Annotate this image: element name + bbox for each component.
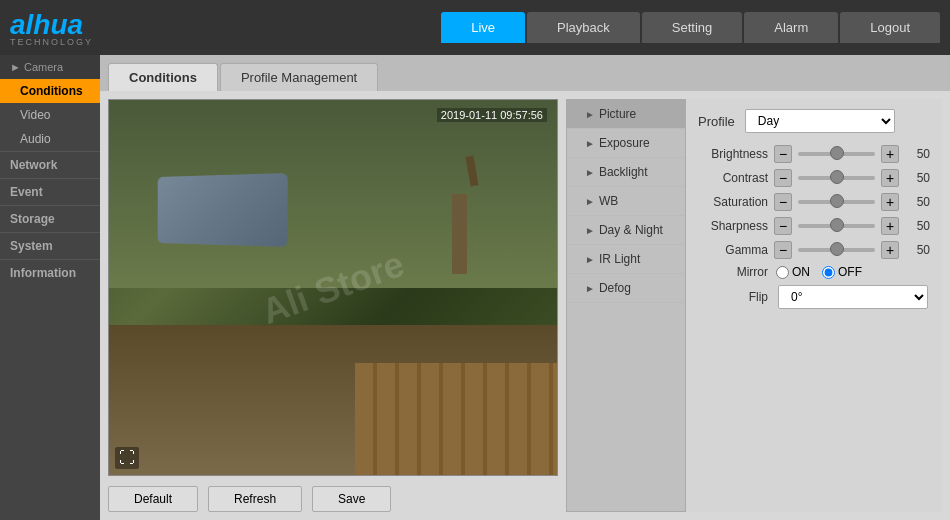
sidebar-item-network[interactable]: Network — [0, 151, 100, 178]
sidebar-item-audio[interactable]: Audio — [0, 127, 100, 151]
tab-profile-management[interactable]: Profile Management — [220, 63, 378, 91]
gamma-label: Gamma — [698, 243, 768, 257]
brightness-row: Brightness − + 50 — [698, 145, 930, 163]
mirror-radio-group: ON OFF — [776, 265, 862, 279]
saturation-plus[interactable]: + — [881, 193, 899, 211]
tab-conditions[interactable]: Conditions — [108, 63, 218, 91]
sub-menu-wb[interactable]: ► WB — [567, 187, 685, 216]
expand-icon[interactable]: ⛶ — [115, 447, 139, 469]
gamma-track[interactable] — [798, 248, 875, 252]
sub-menu-wb-label: WB — [599, 194, 618, 208]
arrow-icon-4: ► — [585, 196, 595, 207]
sidebar-item-conditions-label: Conditions — [20, 84, 83, 98]
contrast-row: Contrast − + 50 — [698, 169, 930, 187]
arrow-icon-7: ► — [585, 283, 595, 294]
sidebar-camera-header: ► Camera — [0, 55, 100, 79]
arrow-icon-3: ► — [585, 167, 595, 178]
sharpness-plus[interactable]: + — [881, 217, 899, 235]
profile-row: Profile Day Night Normal — [698, 109, 930, 133]
sharpness-thumb[interactable] — [830, 218, 844, 232]
mirror-off-radio[interactable]: OFF — [822, 265, 862, 279]
sidebar-item-video-label: Video — [20, 108, 50, 122]
gamma-row: Gamma − + 50 — [698, 241, 930, 259]
sidebar-item-conditions[interactable]: Conditions — [0, 79, 100, 103]
gamma-value: 50 — [905, 243, 930, 257]
tab-bar: Conditions Profile Management — [100, 55, 950, 91]
sidebar-item-system[interactable]: System — [0, 232, 100, 259]
mirror-on-input[interactable] — [776, 266, 789, 279]
mirror-label: Mirror — [698, 265, 768, 279]
settings-panel: Profile Day Night Normal Brightness − — [686, 99, 942, 512]
nav-tab-setting[interactable]: Setting — [642, 12, 742, 43]
nav-tab-alarm[interactable]: Alarm — [744, 12, 838, 43]
sharpness-value: 50 — [905, 219, 930, 233]
contrast-label: Contrast — [698, 171, 768, 185]
profile-label: Profile — [698, 114, 735, 129]
contrast-track[interactable] — [798, 176, 875, 180]
logo-text: alhua — [10, 9, 83, 40]
gamma-plus[interactable]: + — [881, 241, 899, 259]
mirror-off-label: OFF — [838, 265, 862, 279]
brightness-plus[interactable]: + — [881, 145, 899, 163]
arrow-icon: ► — [585, 109, 595, 120]
default-button[interactable]: Default — [108, 486, 198, 512]
flip-select[interactable]: 0° 90° 180° 270° — [778, 285, 928, 309]
nav-tabs: Live Playback Setting Alarm Logout — [441, 12, 940, 43]
sharpness-track[interactable] — [798, 224, 875, 228]
saturation-thumb[interactable] — [830, 194, 844, 208]
brightness-label: Brightness — [698, 147, 768, 161]
sub-menu-backlight-label: Backlight — [599, 165, 648, 179]
contrast-plus[interactable]: + — [881, 169, 899, 187]
refresh-button[interactable]: Refresh — [208, 486, 302, 512]
saturation-track[interactable] — [798, 200, 875, 204]
sub-menu-defog-label: Defog — [599, 281, 631, 295]
logo: alhua TECHNOLOGY — [10, 9, 93, 47]
contrast-thumb[interactable] — [830, 170, 844, 184]
mirror-off-input[interactable] — [822, 266, 835, 279]
sidebar-item-storage[interactable]: Storage — [0, 205, 100, 232]
main-panel: Ali Store 2019-01-11 09:57:56 ⛶ Default … — [100, 91, 950, 520]
save-button[interactable]: Save — [312, 486, 391, 512]
arrow-icon-5: ► — [585, 225, 595, 236]
right-panel: ► Picture ► Exposure ► Backlight ► — [566, 99, 942, 512]
sidebar-item-audio-label: Audio — [20, 132, 51, 146]
nav-tab-playback[interactable]: Playback — [527, 12, 640, 43]
mirror-on-label: ON — [792, 265, 810, 279]
sharpness-label: Sharpness — [698, 219, 768, 233]
contrast-minus[interactable]: − — [774, 169, 792, 187]
arrow-icon-6: ► — [585, 254, 595, 265]
saturation-minus[interactable]: − — [774, 193, 792, 211]
nav-tab-live[interactable]: Live — [441, 12, 525, 43]
sub-menu: ► Picture ► Exposure ► Backlight ► — [566, 99, 686, 512]
sub-menu-day-night[interactable]: ► Day & Night — [567, 216, 685, 245]
main-layout: ► Camera Conditions Video Audio Network … — [0, 55, 950, 520]
brightness-value: 50 — [905, 147, 930, 161]
contrast-value: 50 — [905, 171, 930, 185]
sidebar-item-video[interactable]: Video — [0, 103, 100, 127]
sub-menu-ir-light[interactable]: ► IR Light — [567, 245, 685, 274]
profile-select[interactable]: Day Night Normal — [745, 109, 895, 133]
video-background: Ali Store — [109, 100, 557, 475]
mirror-on-radio[interactable]: ON — [776, 265, 810, 279]
content-area: Conditions Profile Management — [100, 55, 950, 520]
sub-menu-picture-label: Picture — [599, 107, 636, 121]
sub-menu-picture[interactable]: ► Picture — [567, 100, 685, 129]
video-timestamp: 2019-01-11 09:57:56 — [437, 108, 547, 122]
sub-menu-ir-light-label: IR Light — [599, 252, 640, 266]
sidebar: ► Camera Conditions Video Audio Network … — [0, 55, 100, 520]
gamma-thumb[interactable] — [830, 242, 844, 256]
action-buttons: Default Refresh Save — [108, 482, 558, 512]
brightness-minus[interactable]: − — [774, 145, 792, 163]
brightness-thumb[interactable] — [830, 146, 844, 160]
sidebar-item-event[interactable]: Event — [0, 178, 100, 205]
arrow-icon-2: ► — [585, 138, 595, 149]
gamma-minus[interactable]: − — [774, 241, 792, 259]
sidebar-item-information[interactable]: Information — [0, 259, 100, 286]
nav-tab-logout[interactable]: Logout — [840, 12, 940, 43]
sharpness-minus[interactable]: − — [774, 217, 792, 235]
sub-menu-backlight[interactable]: ► Backlight — [567, 158, 685, 187]
sub-menu-defog[interactable]: ► Defog — [567, 274, 685, 303]
brightness-track[interactable] — [798, 152, 875, 156]
flip-label: Flip — [698, 290, 768, 304]
sub-menu-exposure[interactable]: ► Exposure — [567, 129, 685, 158]
